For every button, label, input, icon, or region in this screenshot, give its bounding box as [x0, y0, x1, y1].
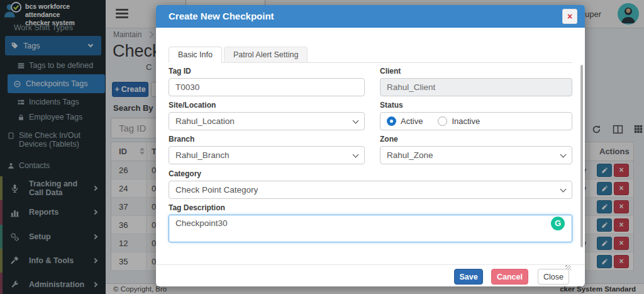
status-active-option[interactable]: Active — [387, 113, 423, 130]
cancel-button[interactable]: Cancel — [491, 269, 528, 285]
chevron-down-icon — [353, 118, 359, 124]
branch-select[interactable]: Rahul_Branch — [169, 146, 365, 164]
tab-basic-info[interactable]: Basic Info — [169, 47, 222, 63]
modal-close-button[interactable]: × — [562, 9, 577, 24]
radio-selected-icon[interactable] — [387, 116, 396, 126]
tag-description-textarea[interactable] — [169, 215, 572, 242]
chevron-down-icon — [560, 152, 567, 158]
zone-select[interactable]: Rahul_Zone — [380, 146, 572, 164]
modal-header: Create New Checkpoint × — [156, 5, 585, 28]
category-select[interactable]: Check Point Category — [169, 181, 572, 199]
modal-scrollbar[interactable] — [580, 65, 583, 247]
category-label: Category — [169, 169, 572, 178]
client-label: Client — [380, 67, 572, 76]
category-value: Check Point Category — [175, 185, 258, 195]
zone-label: Zone — [380, 135, 572, 144]
chevron-down-icon — [353, 152, 359, 158]
site-location-label: Site/Location — [169, 101, 365, 110]
grammarly-icon[interactable]: G — [551, 217, 565, 230]
tag-description-label: Tag Description — [169, 203, 572, 212]
field-client: Client — [380, 67, 572, 96]
field-category: Category Check Point Category — [169, 169, 572, 199]
site-location-select[interactable]: Rahul_Location — [169, 112, 365, 130]
field-branch: Branch Rahul_Branch — [169, 135, 365, 164]
modal-footer: Save Cancel Close — [156, 264, 585, 286]
status-inactive-label: Inactive — [452, 113, 480, 130]
chevron-down-icon — [560, 186, 567, 193]
close-button[interactable]: Close — [538, 269, 569, 285]
close-icon: × — [567, 11, 572, 21]
branch-label: Branch — [169, 135, 365, 144]
client-input — [380, 78, 572, 96]
radio-unselected-icon[interactable] — [438, 116, 447, 126]
tag-id-label: Tag ID — [169, 67, 365, 76]
tab-patrol-alert-setting[interactable]: Patrol Alert Setting — [224, 47, 308, 63]
create-checkpoint-modal: Create New Checkpoint × Basic Info Patro… — [156, 5, 585, 286]
modal-tabs: Basic Info Patrol Alert Setting — [169, 47, 572, 63]
status-inactive-option[interactable]: Inactive — [438, 113, 480, 130]
tag-id-input[interactable] — [169, 78, 365, 96]
field-tag-description: Tag Description G — [169, 203, 572, 245]
field-zone: Zone Rahul_Zone — [380, 135, 572, 164]
status-active-label: Active — [401, 113, 423, 130]
field-site-location: Site/Location Rahul_Location — [169, 101, 365, 130]
field-status: Status Active Inactive — [380, 101, 572, 130]
zone-value: Rahul_Zone — [387, 150, 433, 160]
status-radio-group: Active Inactive — [380, 112, 572, 130]
branch-value: Rahul_Branch — [175, 150, 230, 160]
field-tag-id: Tag ID — [169, 67, 365, 96]
site-location-value: Rahul_Location — [175, 116, 235, 126]
status-label: Status — [380, 101, 572, 110]
modal-title: Create New Checkpoint — [169, 11, 274, 21]
save-button[interactable]: Save — [454, 269, 483, 285]
